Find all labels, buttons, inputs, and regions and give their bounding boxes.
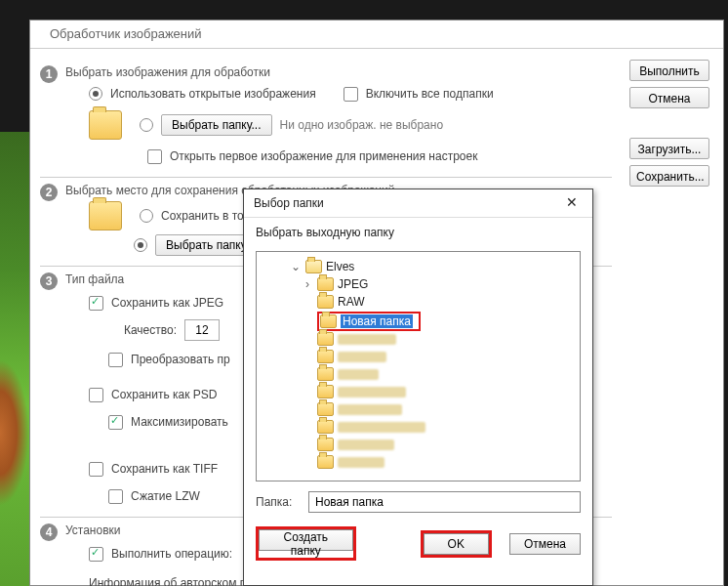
checkbox-include-subfolders[interactable] [344,87,358,102]
folder-tree[interactable]: ⌄ Elves › JPEG RAW Новая папка [256,251,581,481]
label-quality: Качество: [108,323,177,337]
folder-icon [317,350,334,363]
label-save-psd: Сохранить как PSD [111,388,217,401]
checkbox-open-first[interactable] [147,149,162,164]
blurred-item [338,404,402,415]
label-run-action: Выполнить операцию: [111,547,232,561]
label-include-subfolders: Включить все подпапки [366,87,494,101]
blurred-item [338,387,406,398]
no-image-selected-text: Ни одно изображ. не выбрано [280,118,444,132]
load-button[interactable]: Загрузить... [629,138,709,159]
checkbox-save-jpeg[interactable] [89,296,103,311]
folder-icon [89,110,122,140]
folder-icon [317,385,334,398]
folder-name-input[interactable] [308,491,581,513]
label-convert-profile: Преобразовать пр [131,353,230,366]
section-select-images: 1 Выбрать изображения для обработки Испо… [40,60,612,178]
new-folder-highlight: Новая папка [317,312,421,331]
quality-input[interactable] [184,319,220,341]
label-save-jpeg: Сохранить как JPEG [111,296,223,310]
step-1-badge: 1 [40,65,58,83]
checkbox-lzw[interactable] [108,489,123,504]
radio-select-folder[interactable] [140,118,153,132]
save-button[interactable]: Сохранить... [629,165,709,187]
folder-icon [317,420,334,434]
create-folder-highlight: Создать папку [256,526,356,561]
checkbox-save-psd[interactable] [89,388,103,402]
tree-root[interactable]: Elves [326,260,354,273]
chevron-down-icon[interactable]: ⌄ [290,260,302,273]
label-maximize: Максимизировать [131,415,228,429]
blurred-item [338,334,396,345]
blurred-item [338,422,425,433]
execute-button[interactable]: Выполнить [629,60,709,81]
dialog-title: Выбор папки [254,196,324,210]
step-4-badge: 4 [40,523,58,541]
folder-icon [317,332,334,346]
folder-icon [317,402,334,416]
folder-icon [317,277,334,291]
select-folder-button-1[interactable]: Выбрать папку... [161,114,272,136]
label-open-first: Открыть первое изображение для применени… [170,149,477,163]
ok-button[interactable]: OK [424,533,489,555]
folder-field-label: Папка: [256,495,299,509]
background-photo [0,132,30,586]
window-title: Обработчик изображений [30,21,723,49]
blurred-item [338,369,379,380]
folder-icon [89,201,122,230]
checkbox-run-action[interactable] [89,547,103,562]
close-icon[interactable]: ✕ [559,193,585,213]
checkbox-convert-profile[interactable] [108,353,123,367]
checkbox-save-tiff[interactable] [89,462,103,477]
dialog-subtitle: Выбрать выходную папку [244,218,592,245]
blurred-item [338,457,384,468]
tree-item[interactable]: RAW [338,295,365,309]
chevron-right-icon[interactable]: › [302,277,313,291]
dialog-cancel-button[interactable]: Отмена [509,533,581,555]
folder-icon [317,367,334,381]
folder-icon [317,295,334,309]
new-folder-editing[interactable]: Новая папка [341,314,413,328]
radio-same-location[interactable] [140,209,153,223]
label-lzw: Сжатие LZW [131,489,200,503]
folder-picker-dialog: Выбор папки ✕ Выбрать выходную папку ⌄ E… [243,188,593,586]
step-2-badge: 2 [40,184,58,201]
folder-icon [317,438,334,451]
blurred-item [338,440,394,450]
folder-icon [320,314,337,328]
cancel-button[interactable]: Отмена [629,87,709,108]
tree-item[interactable]: JPEG [338,277,368,291]
folder-icon [305,260,322,273]
ok-highlight: OK [421,530,492,558]
blurred-item [338,352,386,362]
checkbox-maximize-compat[interactable] [108,415,123,430]
step-1-title: Выбрать изображения для обработки [40,65,612,79]
radio-use-open-images[interactable] [89,87,102,101]
create-folder-button[interactable]: Создать папку [259,529,353,551]
label-save-tiff: Сохранить как TIFF [111,462,218,476]
label-use-open-images: Использовать открытые изображения [110,87,316,101]
folder-icon [317,455,334,469]
radio-choose-folder[interactable] [134,238,147,252]
step-3-badge: 3 [40,272,58,290]
